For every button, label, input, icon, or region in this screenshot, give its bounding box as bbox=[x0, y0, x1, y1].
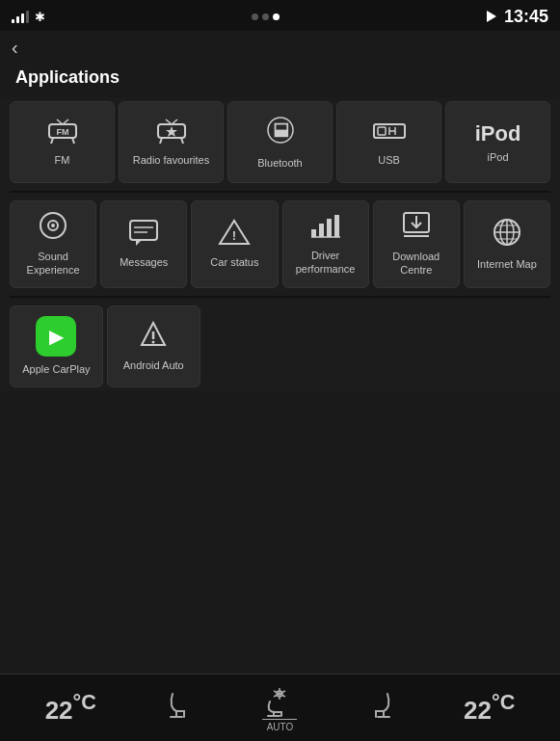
carplay-icon: ▶ bbox=[36, 316, 76, 357]
app-tile-radio-favourites[interactable]: Radio favourites bbox=[119, 101, 224, 183]
usb-label: USB bbox=[378, 153, 400, 167]
app-tile-android-auto[interactable]: Android Auto bbox=[107, 305, 200, 387]
auto-label: AUTO bbox=[267, 722, 294, 732]
svg-point-21 bbox=[51, 224, 55, 227]
internet-map-label: Internet Map bbox=[477, 257, 537, 271]
clock: 13:45 bbox=[504, 7, 548, 27]
svg-rect-31 bbox=[334, 215, 339, 237]
download-centre-label: Download Centre bbox=[378, 250, 455, 278]
empty-tile-3 bbox=[379, 305, 463, 387]
status-bar: ✱ 13:45 bbox=[0, 0, 560, 31]
row-divider-1 bbox=[10, 191, 550, 193]
svg-text:⬓: ⬓ bbox=[272, 119, 288, 139]
app-tile-download-centre[interactable]: Download Centre bbox=[373, 200, 460, 288]
status-left: ✱ bbox=[12, 10, 45, 24]
carplay-symbol: ▶ bbox=[49, 325, 64, 348]
messages-icon bbox=[128, 219, 159, 250]
empty-tile-4 bbox=[467, 305, 550, 387]
apps-row-1: FM FM Radio favourites bbox=[10, 97, 550, 187]
app-tile-sound-experience[interactable]: Sound Experience bbox=[10, 200, 96, 288]
svg-rect-30 bbox=[327, 219, 332, 237]
main-content: FM FM Radio favourites bbox=[0, 97, 560, 391]
seat-icon-left bbox=[167, 692, 190, 725]
svg-marker-9 bbox=[166, 126, 177, 137]
empty-tile-2 bbox=[291, 305, 375, 387]
app-tile-driver-performance[interactable]: Driver performance bbox=[282, 200, 369, 288]
app-tile-messages[interactable]: Messages bbox=[100, 200, 187, 288]
car-status-label: Car status bbox=[210, 255, 258, 269]
driver-performance-icon bbox=[309, 212, 342, 243]
page-title: Applications bbox=[0, 64, 560, 97]
app-tile-car-status[interactable]: ! Car status bbox=[191, 200, 278, 288]
sound-experience-label: Sound Experience bbox=[14, 250, 92, 278]
back-button[interactable]: ‹ bbox=[12, 37, 18, 59]
status-right: 13:45 bbox=[487, 7, 548, 27]
status-dots bbox=[252, 13, 280, 20]
internet-map-icon bbox=[492, 217, 522, 251]
svg-rect-28 bbox=[311, 229, 316, 237]
android-auto-label: Android Auto bbox=[123, 358, 184, 372]
play-icon bbox=[487, 11, 496, 22]
radio-favourites-label: Radio favourites bbox=[133, 153, 210, 167]
seat-icon-right bbox=[370, 692, 393, 725]
dot-3 bbox=[273, 13, 280, 20]
app-tile-usb[interactable]: USB bbox=[336, 101, 441, 183]
svg-point-45 bbox=[152, 340, 155, 343]
climate-bar: 22°C AUTO 22°C bbox=[0, 674, 560, 741]
fm-icon: FM bbox=[47, 117, 78, 147]
svg-rect-15 bbox=[378, 127, 386, 135]
download-centre-icon bbox=[402, 211, 431, 244]
bluetooth-icon: ⬓ bbox=[267, 114, 294, 150]
nav-bar: ‹ bbox=[0, 31, 560, 64]
messages-label: Messages bbox=[120, 255, 168, 269]
left-temp: 22°C bbox=[45, 690, 96, 726]
svg-marker-25 bbox=[136, 240, 142, 246]
app-tile-bluetooth[interactable]: ⬓ Bluetooth bbox=[227, 101, 333, 183]
auto-line bbox=[262, 719, 297, 720]
climate-center: AUTO bbox=[260, 684, 299, 732]
driver-performance-label: Driver performance bbox=[287, 249, 364, 277]
svg-text:!: ! bbox=[232, 228, 236, 243]
bluetooth-status-icon: ✱ bbox=[35, 10, 45, 24]
svg-text:FM: FM bbox=[56, 127, 68, 137]
ipod-label: iPod bbox=[487, 150, 508, 164]
dot-1 bbox=[252, 13, 258, 20]
car-status-icon: ! bbox=[218, 219, 251, 250]
apps-row-3: ▶ Apple CarPlay Android Auto bbox=[10, 302, 550, 391]
ipod-icon: iPod bbox=[475, 119, 521, 145]
empty-tile-1 bbox=[204, 305, 288, 387]
dot-2 bbox=[262, 13, 269, 20]
app-tile-apple-carplay[interactable]: ▶ Apple CarPlay bbox=[10, 305, 103, 387]
signal-icon bbox=[12, 10, 29, 23]
row-divider-2 bbox=[10, 296, 550, 298]
apple-carplay-label: Apple CarPlay bbox=[22, 362, 90, 376]
usb-icon bbox=[371, 117, 408, 147]
android-auto-icon bbox=[139, 320, 168, 353]
svg-rect-29 bbox=[319, 224, 324, 237]
svg-rect-22 bbox=[130, 221, 157, 240]
sound-experience-icon bbox=[39, 211, 67, 244]
radio-favourites-icon bbox=[156, 117, 187, 147]
right-temp: 22°C bbox=[464, 690, 515, 726]
bluetooth-label: Bluetooth bbox=[257, 156, 302, 170]
fm-label: FM bbox=[55, 153, 70, 167]
apps-row-2: Sound Experience Messages ! Car statu bbox=[10, 197, 550, 292]
app-tile-fm[interactable]: FM FM bbox=[10, 101, 115, 183]
app-tile-internet-map[interactable]: Internet Map bbox=[464, 200, 550, 288]
app-tile-ipod[interactable]: iPod iPod bbox=[445, 101, 550, 183]
